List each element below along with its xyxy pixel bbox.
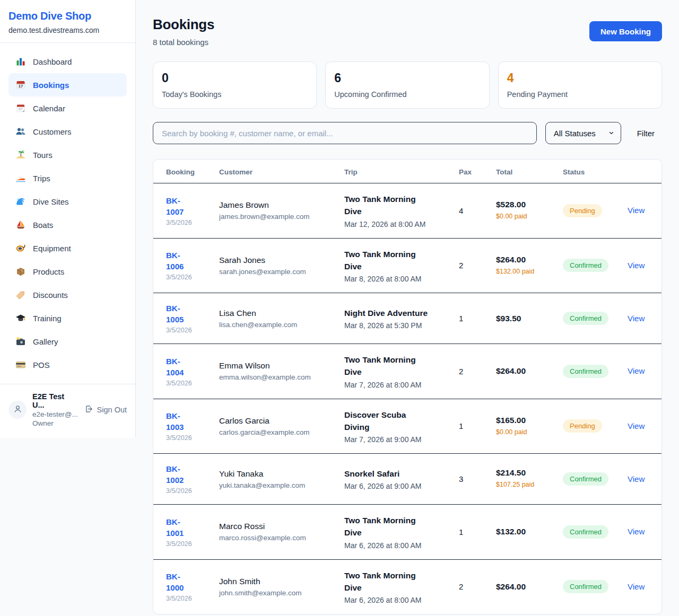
paid-amount: $132.00 paid — [496, 267, 545, 277]
pax-count: 2 — [452, 238, 490, 293]
view-link[interactable]: View — [628, 527, 645, 536]
status-badge: Pending — [563, 419, 602, 433]
booking-id-link[interactable]: BK-1004 — [166, 356, 197, 378]
pax-count: 4 — [452, 183, 490, 239]
bookings-icon: 17 — [15, 80, 26, 90]
sidebar-item-bookings[interactable]: 17 Bookings — [8, 73, 127, 96]
stats-row: 0 Today's Bookings 6 Upcoming Confirmed … — [153, 61, 662, 109]
stat-card: 6 Upcoming Confirmed — [325, 61, 489, 109]
stat-value: 0 — [162, 71, 308, 85]
column-header-status: Status — [556, 160, 621, 183]
customer-email: john.smith@example.com — [219, 589, 332, 597]
sidebar-item-tours[interactable]: Tours — [8, 143, 127, 166]
trip-name: Discover Scuba Diving — [344, 409, 432, 434]
sidebar-item-gallery[interactable]: Gallery — [8, 330, 127, 353]
customer-name: Marco Rossi — [219, 522, 332, 531]
sidebar-item-training[interactable]: Training — [8, 306, 127, 330]
booking-created-date: 3/5/2026 — [166, 487, 206, 495]
booking-created-date: 3/5/2026 — [166, 540, 206, 548]
user-avatar-icon — [13, 404, 23, 416]
dashboard-icon — [15, 56, 26, 67]
view-link[interactable]: View — [628, 206, 645, 215]
status-badge: Confirmed — [563, 312, 608, 325]
booking-id-link[interactable]: BK-1000 — [166, 571, 197, 593]
page-subtitle: 8 total bookings — [153, 38, 214, 47]
trips-icon — [15, 173, 26, 183]
booking-id-link[interactable]: BK-1006 — [166, 250, 197, 272]
booking-created-date: 3/5/2026 — [166, 219, 206, 226]
sidebar-item-discounts[interactable]: Discounts — [8, 283, 127, 306]
avatar — [8, 401, 27, 419]
trip-name: Night Dive Adventure — [344, 307, 432, 319]
sidebar-item-boats[interactable]: Boats — [8, 213, 127, 236]
search-input[interactable] — [153, 122, 537, 144]
user-role: Owner — [32, 419, 79, 427]
filter-button[interactable]: Filter — [630, 129, 662, 138]
trip-datetime: Mar 12, 2026 at 8:00 AM — [344, 220, 446, 228]
sidebar-item-customers[interactable]: Customers — [8, 120, 127, 143]
sidebar-item-equipment[interactable]: Equipment — [8, 236, 127, 260]
sidebar: Demo Dive Shop demo.test.divestreams.com… — [0, 0, 136, 438]
paid-amount: $0.00 paid — [496, 212, 545, 222]
sign-out-icon — [84, 404, 93, 415]
sidebar-item-pos[interactable]: POS — [8, 353, 127, 376]
customer-email: emma.wilson@example.com — [219, 373, 332, 381]
brand-header: Demo Dive Shop demo.test.divestreams.com — [0, 0, 135, 43]
page-title: Bookings — [153, 16, 214, 33]
customer-name: Yuki Tanaka — [219, 469, 332, 479]
new-booking-button[interactable]: New Booking — [589, 21, 662, 41]
sidebar-item-dive-sites[interactable]: Dive Sites — [8, 190, 127, 213]
view-link[interactable]: View — [628, 474, 645, 483]
sidebar-item-calendar[interactable]: Calendar — [8, 96, 127, 120]
pax-count: 1 — [452, 505, 490, 560]
trip-datetime: Mar 6, 2026 at 8:00 AM — [344, 541, 446, 550]
view-link[interactable]: View — [628, 582, 645, 591]
total-amount: $165.00 — [496, 416, 550, 425]
customer-email: james.brown@example.com — [219, 213, 332, 221]
booking-created-date: 3/5/2026 — [166, 327, 206, 334]
trip-datetime: Mar 7, 2026 at 8:00 AM — [344, 381, 446, 389]
trip-name: Two Tank Morning Dive — [344, 248, 432, 273]
status-filter-wrap: All Statuses — [545, 122, 621, 144]
paid-amount: $107.25 paid — [496, 480, 545, 490]
main-content: Bookings 8 total bookings New Booking 0 … — [153, 0, 662, 614]
training-icon — [15, 313, 26, 323]
total-amount: $93.50 — [496, 314, 550, 323]
sidebar-item-dashboard[interactable]: Dashboard — [8, 50, 127, 73]
booking-id-link[interactable]: BK-1007 — [166, 195, 197, 217]
sign-out-button[interactable]: Sign Out — [84, 404, 127, 415]
view-link[interactable]: View — [628, 314, 645, 323]
stat-label: Upcoming Confirmed — [334, 90, 480, 99]
sidebar-item-products[interactable]: Products — [8, 260, 127, 283]
trip-name: Snorkel Safari — [344, 468, 432, 480]
trip-name: Two Tank Morning Dive — [344, 354, 432, 379]
trip-datetime: Mar 8, 2026 at 8:00 AM — [344, 275, 446, 283]
view-link[interactable]: View — [628, 261, 645, 270]
user-email: e2e-tester@... — [32, 410, 79, 418]
status-badge: Confirmed — [563, 580, 608, 593]
table-row: BK-1001 3/5/2026 Marco Rossi marco.rossi… — [153, 505, 661, 560]
customer-name: Lisa Chen — [219, 309, 332, 318]
table-row: BK-1004 3/5/2026 Emma Wilson emma.wilson… — [153, 344, 661, 399]
status-badge: Confirmed — [563, 525, 608, 539]
sidebar-item-trips[interactable]: Trips — [8, 166, 127, 190]
status-badge: Confirmed — [563, 365, 608, 378]
table-row: BK-1006 3/5/2026 Sarah Jones sarah.jones… — [153, 238, 661, 293]
trip-name: Two Tank Morning Dive — [344, 569, 432, 594]
status-filter-select[interactable]: All Statuses — [545, 122, 621, 144]
page-header: Bookings 8 total bookings New Booking — [153, 16, 662, 47]
customer-name: Carlos Garcia — [219, 416, 332, 426]
booking-id-link[interactable]: BK-1005 — [166, 303, 197, 325]
table-row: BK-1002 3/5/2026 Yuki Tanaka yuki.tanaka… — [153, 454, 661, 505]
view-link[interactable]: View — [628, 421, 645, 430]
booking-id-link[interactable]: BK-1003 — [166, 410, 197, 433]
booking-id-link[interactable]: BK-1001 — [166, 516, 197, 539]
stat-label: Pending Payment — [507, 90, 653, 99]
view-link[interactable]: View — [628, 366, 645, 375]
table-header-row: Booking Customer Trip Pax Total Status — [153, 160, 661, 183]
brand-name: Demo Dive Shop — [8, 10, 127, 22]
user-panel: E2E Test U... e2e-tester@... Owner Sign … — [0, 384, 135, 438]
pos-icon — [15, 359, 26, 370]
booking-id-link[interactable]: BK-1002 — [166, 463, 197, 486]
stat-value: 4 — [507, 71, 653, 85]
